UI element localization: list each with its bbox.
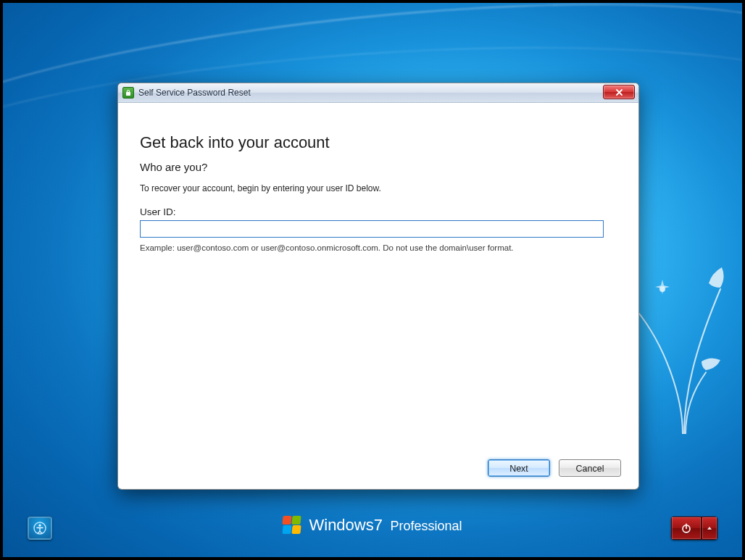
brand-edition: Professional: [390, 519, 462, 533]
password-reset-dialog: Self Service Password Reset Get back int…: [117, 83, 639, 490]
power-button[interactable]: [671, 517, 702, 540]
close-button[interactable]: [603, 85, 635, 99]
svg-point-2: [38, 525, 41, 527]
page-heading: Get back into your account: [140, 133, 617, 152]
titlebar: Self Service Password Reset: [118, 83, 638, 103]
brand-product: Windows: [309, 516, 373, 534]
user-id-input[interactable]: [140, 220, 604, 238]
power-cluster: [671, 517, 717, 540]
instruction-text: To recover your account, begin by enteri…: [140, 183, 617, 193]
os-branding: Windows7 Professional: [3, 512, 742, 538]
windows-logo-icon: [283, 516, 301, 535]
branding-text: Windows7 Professional: [309, 516, 462, 535]
ease-of-access-button[interactable]: [28, 517, 52, 540]
dialog-content: Get back into your account Who are you? …: [118, 103, 638, 447]
svg-point-0: [659, 286, 665, 292]
power-options-button[interactable]: [702, 517, 717, 540]
login-desktop-background: Self Service Password Reset Get back int…: [3, 3, 742, 557]
lock-icon: [122, 87, 134, 99]
example-text: Example: user@contoso.com or user@contos…: [140, 243, 617, 252]
dialog-button-bar: Next Cancel: [118, 447, 638, 489]
next-button[interactable]: Next: [488, 459, 550, 477]
brand-version: 7: [374, 516, 383, 534]
cancel-button[interactable]: Cancel: [559, 459, 621, 477]
dialog-title: Self Service Password Reset: [138, 88, 251, 98]
page-subheading: Who are you?: [140, 161, 617, 173]
user-id-label: User ID:: [140, 206, 617, 217]
